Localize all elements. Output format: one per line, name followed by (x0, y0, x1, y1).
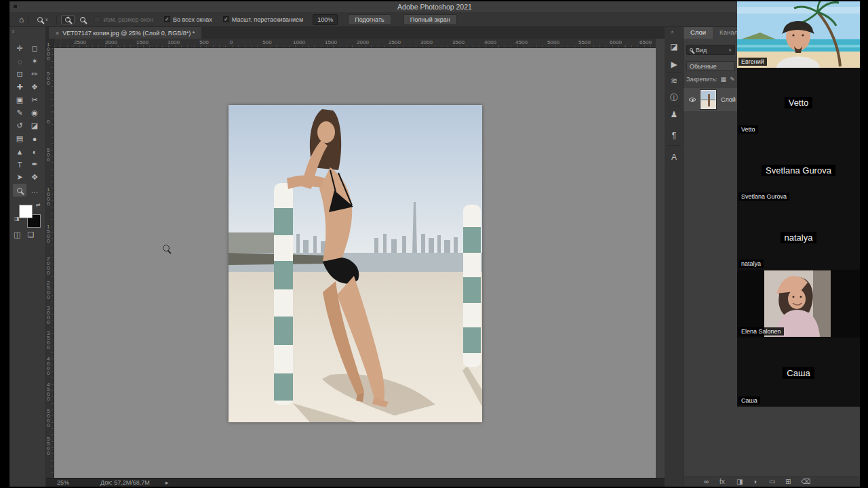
vruler-label: 2 0 0 0 (47, 256, 50, 275)
more-tools[interactable]: … (28, 184, 41, 197)
frame-tool[interactable]: ▣ (13, 94, 26, 106)
magic-wand-tool[interactable]: ✶ (28, 55, 41, 68)
canvas-area[interactable] (54, 48, 656, 478)
scrubby-zoom-label: Масшт. перетаскиванием (232, 16, 303, 23)
slice-tool[interactable]: ✂ (28, 94, 41, 106)
collapse-panels-icon[interactable]: « (669, 30, 675, 33)
new-layer-icon[interactable]: ⊞ (785, 478, 791, 486)
checkbox-icon (94, 16, 100, 22)
hruler-label: 5000 (547, 39, 559, 45)
info-icon[interactable]: ⓘ (665, 92, 684, 104)
participant-name-label: Саша (738, 396, 760, 405)
participant-tile[interactable]: natalya natalya (737, 203, 860, 270)
participant-name-label: Elena Salonen (738, 327, 784, 336)
screen-mode-icon[interactable]: ❏ (27, 230, 34, 239)
adjustments-icon[interactable]: ◪ (665, 42, 684, 52)
hand-tool[interactable]: ✥ (28, 171, 41, 184)
sharpen-tool[interactable]: ▲ (13, 145, 26, 158)
properties-icon[interactable]: ≋ (665, 76, 684, 85)
status-chevron-icon[interactable]: ▸ (165, 479, 169, 486)
zoom-percent-field[interactable]: 25% (57, 479, 69, 486)
fill-screen-button[interactable]: Полный экран (403, 14, 457, 25)
quick-mask-icon[interactable]: ◫ (14, 230, 20, 239)
zoom-tool-preset[interactable]: ∨ (34, 16, 52, 24)
eraser-tool[interactable]: ◪ (28, 119, 41, 132)
home-icon[interactable]: ⌂ (19, 15, 24, 24)
zoom-tool-icon (17, 188, 22, 193)
gradient-tool[interactable]: ▤ (13, 132, 26, 145)
layer-thumbnail[interactable] (701, 90, 716, 109)
tab-layers[interactable]: Слои (684, 27, 713, 39)
eyedropper-tool[interactable]: ✏ (28, 68, 41, 81)
path-select-tool[interactable]: ➤ (13, 171, 26, 184)
hruler-label: 5500 (578, 39, 591, 45)
link-layers-icon[interactable]: ∞ (704, 478, 709, 486)
hruler-label: 0 (230, 39, 233, 45)
vruler-label: 4 5 0 0 (47, 382, 50, 401)
layer-effects-icon[interactable]: fx (719, 478, 725, 486)
dodge-tool[interactable]: ◐ (28, 145, 41, 158)
adjustment-layer-icon[interactable]: ◑ (753, 478, 757, 486)
zoom-out-button[interactable]: − (77, 16, 89, 24)
layer-group-icon[interactable]: ▭ (769, 478, 775, 486)
participant-tile[interactable]: Евгений (737, 1, 860, 68)
hruler-label: 1500 (325, 39, 337, 45)
participant-tile[interactable]: Elena Salonen (737, 270, 860, 338)
hruler-label: 2500 (389, 39, 401, 45)
move-tool[interactable]: ✛ (13, 42, 26, 55)
crop-tool[interactable]: ⊡ (13, 68, 26, 81)
history-brush-tool[interactable]: ↺ (13, 119, 26, 132)
marquee-tool[interactable]: ◻ (28, 42, 41, 55)
all-windows-checkbox[interactable]: ✓ Во всех окнах (164, 16, 212, 23)
participant-tile[interactable]: Саша Саша (737, 338, 860, 407)
paragraph-icon[interactable]: ¶ (665, 131, 684, 140)
chevron-down-icon: ∨ (728, 47, 732, 53)
blur-tool[interactable]: ● (28, 132, 41, 145)
zoom-in-icon: + (65, 17, 71, 22)
screen-border (0, 0, 9, 488)
participant-tile[interactable]: Svetlana Gurova Svetlana Gurova (737, 136, 860, 203)
chevron-down-icon: ∨ (45, 17, 48, 22)
hruler-label: 500 (199, 39, 208, 45)
options-bar: ⌂ ∨ + − Изм. размер окон ✓ Во всех окнах… (9, 12, 860, 27)
swap-colors-icon[interactable]: ⇄ (36, 202, 41, 208)
document-tab-title: VET07147 копия.jpg @ 25% (Слой 0, RGB/8*… (62, 30, 195, 37)
actions-icon[interactable]: ▶ (665, 60, 684, 69)
document-tab[interactable]: × VET07147 копия.jpg @ 25% (Слой 0, RGB/… (49, 27, 201, 39)
tools-grid: ✛◻◌✶⊡✏✚❖▣✂✎◉↺◪▤●▲◐T✒➤✥… (13, 42, 43, 197)
delete-layer-icon[interactable]: ⌫ (801, 478, 810, 486)
character-icon[interactable]: A (665, 152, 684, 162)
blend-mode-dropdown[interactable]: Обычные (686, 61, 735, 71)
lock-paint-icon[interactable]: ✎ (730, 76, 735, 83)
layer-mask-icon[interactable]: ◨ (736, 478, 743, 486)
hruler-label: 6500 (639, 39, 652, 45)
participant-tile[interactable]: Vetto Vetto (737, 68, 860, 136)
foreground-color-swatch[interactable] (19, 205, 33, 218)
brush-tool[interactable]: ✎ (13, 106, 26, 119)
zoom-tool-icon (37, 17, 43, 22)
pen-tool[interactable]: ✒ (28, 158, 41, 171)
clone-stamp-tool[interactable]: ◉ (28, 106, 41, 119)
participant-name: Svetlana Gurova (762, 165, 835, 176)
collapse-tools-icon[interactable]: « (10, 30, 16, 33)
lock-transparency-icon[interactable]: ▦ (721, 76, 727, 83)
zoom-value-field[interactable]: 100% (313, 14, 338, 25)
fit-screen-button[interactable]: Подогнать (348, 14, 391, 25)
vruler-label: 5 0 0 (47, 148, 50, 162)
document-image[interactable] (229, 105, 482, 422)
close-icon[interactable]: × (56, 30, 59, 37)
patch-tool[interactable]: ❖ (28, 81, 41, 94)
layer-filter-input[interactable]: Вид ∨ (686, 45, 735, 55)
zoom-in-button[interactable]: + (62, 16, 74, 24)
type-tool[interactable]: T (13, 158, 26, 171)
clone-source-icon[interactable]: ♟ (665, 110, 684, 119)
lasso-tool[interactable]: ◌ (13, 55, 26, 68)
healing-brush-tool[interactable]: ✚ (13, 81, 26, 94)
scrubby-zoom-checkbox[interactable]: ✓ Масшт. перетаскиванием (223, 16, 303, 23)
resize-windows-label: Изм. размер окон (103, 16, 153, 23)
screen-border (0, 0, 868, 1)
layer-visibility-icon[interactable] (689, 98, 696, 102)
layer-filter-value: Вид (696, 47, 707, 54)
zoom-out-icon: − (80, 17, 85, 22)
zoom-tool[interactable] (13, 184, 26, 197)
